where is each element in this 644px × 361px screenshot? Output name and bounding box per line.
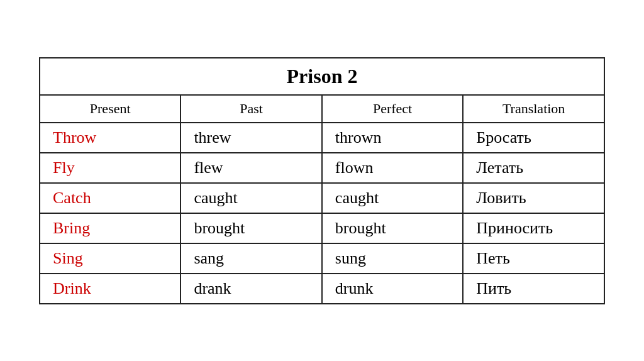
cell-past-1: flew [180,153,321,183]
table-title: Prison 2 [40,58,604,95]
cell-perfect-1: flown [322,153,463,183]
cell-perfect-2: caught [322,183,463,213]
cell-present-3: Bring [40,213,180,243]
cell-perfect-5: drunk [322,274,463,304]
header-present: Present [40,95,180,123]
cell-past-5: drank [180,274,321,304]
table-row: ThrowthrewthrownБросать [40,123,604,153]
cell-translation-1: Летать [463,153,604,183]
cell-translation-4: Петь [463,243,604,274]
cell-past-4: sang [180,243,321,274]
table-row: SingsangsungПеть [40,243,604,274]
cell-past-3: brought [180,213,321,243]
table-row: DrinkdrankdrunkПить [40,274,604,304]
cell-present-0: Throw [40,123,180,153]
header-past: Past [180,95,321,123]
header-translation: Translation [463,95,604,123]
cell-translation-0: Бросать [463,123,604,153]
main-table: Prison 2 Present Past Perfect Translatio… [39,57,605,304]
cell-present-1: Fly [40,153,180,183]
cell-past-0: threw [180,123,321,153]
cell-present-5: Drink [40,274,180,304]
cell-translation-5: Пить [463,274,604,304]
cell-past-2: caught [180,183,321,213]
cell-present-2: Catch [40,183,180,213]
table-row: FlyflewflownЛетать [40,153,604,183]
cell-present-4: Sing [40,243,180,274]
table-row: BringbroughtbroughtПриносить [40,213,604,243]
header-row: Present Past Perfect Translation [40,95,604,123]
header-perfect: Perfect [322,95,463,123]
title-row: Prison 2 [40,58,604,95]
table-row: CatchcaughtcaughtЛовить [40,183,604,213]
cell-translation-3: Приносить [463,213,604,243]
cell-perfect-0: thrown [322,123,463,153]
cell-perfect-3: brought [322,213,463,243]
cell-translation-2: Ловить [463,183,604,213]
cell-perfect-4: sung [322,243,463,274]
